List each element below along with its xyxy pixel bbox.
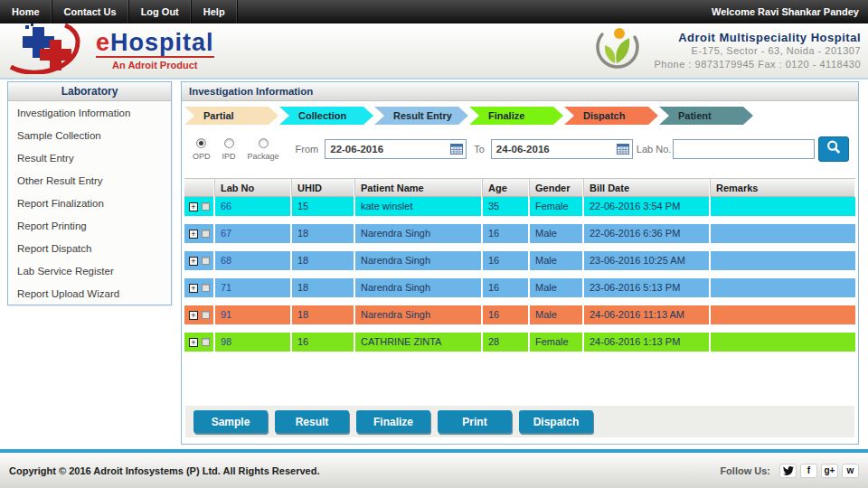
workflow-steps: Partial Collection Result Entry Finalize… — [184, 107, 855, 125]
radio-label: Package — [248, 152, 279, 161]
row-controls — [184, 197, 215, 216]
cell-bill-date: 22-06-2016 3:54 PM — [584, 197, 711, 216]
cell-lab-no[interactable]: 98 — [215, 333, 292, 352]
search-button[interactable] — [818, 136, 849, 162]
nav-item[interactable]: Help — [192, 0, 238, 23]
twitter-icon[interactable] — [779, 464, 797, 478]
radio-icon[interactable] — [224, 138, 234, 148]
cell-lab-no[interactable]: 66 — [215, 197, 292, 216]
patient-type-radio[interactable]: Package — [248, 138, 279, 161]
workflow-step[interactable]: Result Entry — [374, 107, 468, 125]
calendar-icon[interactable] — [450, 143, 463, 156]
cell-gender: Male — [530, 251, 584, 270]
facebook-icon[interactable]: f — [800, 464, 817, 478]
row-checkbox[interactable] — [202, 338, 210, 346]
row-controls — [184, 224, 215, 243]
patient-type-radio[interactable]: OPD — [193, 138, 211, 161]
row-checkbox[interactable] — [202, 230, 210, 238]
nav-item[interactable]: Log Out — [129, 0, 192, 23]
from-label: From — [296, 144, 319, 155]
cell-uhid: 16 — [292, 333, 355, 352]
table-row[interactable]: 68 18 Narendra Singh 16 Male 23-06-2016 … — [184, 251, 855, 270]
col-age: Age — [483, 179, 530, 197]
labno-input[interactable] — [673, 139, 815, 159]
cell-uhid: 15 — [292, 197, 355, 216]
radio-label: OPD — [193, 152, 211, 161]
calendar-icon[interactable] — [617, 143, 629, 156]
sidebar-item[interactable]: Report Dispatch — [8, 237, 171, 259]
action-button[interactable]: Finalize — [356, 410, 430, 433]
expand-icon[interactable] — [189, 257, 198, 266]
cell-lab-no[interactable]: 68 — [215, 251, 292, 270]
row-controls — [184, 333, 215, 352]
radio-icon[interactable] — [196, 138, 206, 148]
wordpress-icon[interactable]: w — [842, 464, 859, 478]
row-checkbox[interactable] — [202, 202, 210, 211]
cell-uhid: 18 — [292, 224, 355, 243]
expand-icon[interactable] — [189, 284, 198, 293]
to-date-input[interactable]: 24-06-2016 — [491, 139, 633, 159]
cell-patient-name: CATHRINE ZINTA — [355, 333, 483, 352]
cell-patient-name: Narendra Singh — [355, 278, 483, 297]
cell-age: 16 — [483, 278, 530, 297]
col-remarks: Remarks — [711, 179, 855, 197]
cell-gender: Male — [530, 305, 584, 324]
cell-lab-no[interactable]: 67 — [215, 224, 292, 243]
sidebar-item[interactable]: Report Upload Wizard — [8, 282, 171, 305]
workflow-step[interactable]: Finalize — [469, 107, 563, 125]
expand-icon[interactable] — [189, 311, 198, 320]
panel-title: Investigation Information — [182, 82, 858, 101]
sidebar-item[interactable]: Report Finalization — [8, 192, 171, 214]
cell-uhid: 18 — [292, 251, 355, 270]
sidebar-item[interactable]: Report Printing — [8, 214, 171, 237]
table-row[interactable]: 98 16 CATHRINE ZINTA 28 Female 24-06-201… — [184, 333, 855, 352]
cell-lab-no[interactable]: 91 — [215, 305, 292, 324]
cell-bill-date: 24-06-2016 11:13 AM — [584, 305, 711, 324]
action-button[interactable]: Sample — [193, 410, 268, 433]
radio-icon[interactable] — [259, 138, 269, 148]
hospital-phone: Phone : 9873179945 Fax : 0120 - 4118430 — [655, 58, 861, 71]
table-row[interactable]: 67 18 Narendra Singh 16 Male 22-06-2016 … — [184, 224, 855, 243]
expand-icon[interactable] — [189, 202, 198, 211]
cell-bill-date: 22-06-2016 6:36 PM — [584, 224, 711, 243]
cell-lab-no[interactable]: 71 — [215, 278, 292, 297]
sidebar-item[interactable]: Sample Collection — [8, 124, 171, 146]
expand-icon[interactable] — [189, 230, 198, 239]
sidebar-item[interactable]: Investigation Information — [8, 101, 171, 124]
table-row[interactable]: 71 18 Narendra Singh 16 Male 23-06-2016 … — [184, 278, 855, 297]
nav-item[interactable]: Contact Us — [52, 0, 129, 23]
table-row[interactable]: 66 15 kate winslet 35 Female 22-06-2016 … — [184, 197, 855, 216]
cell-remarks — [711, 333, 855, 352]
workflow-step[interactable]: Partial — [184, 107, 278, 125]
row-controls — [184, 305, 215, 324]
google-plus-icon[interactable]: g+ — [821, 464, 838, 478]
sidebar-item[interactable]: Lab Service Register — [8, 259, 171, 282]
row-checkbox[interactable] — [202, 257, 210, 265]
nav-item[interactable]: Home — [0, 0, 52, 23]
welcome-user-text: Welcome Ravi Shankar Pandey — [712, 0, 868, 23]
from-date-input[interactable]: 22-06-2016 — [325, 139, 467, 159]
cell-bill-date: 23-06-2016 10:25 AM — [584, 251, 711, 270]
laboratory-sidebar: Laboratory Investigation Information Sam… — [7, 81, 172, 305]
row-checkbox[interactable] — [202, 311, 210, 319]
sidebar-item[interactable]: Result Entry — [8, 146, 171, 169]
cell-patient-name: Narendra Singh — [355, 224, 483, 243]
action-button[interactable]: Dispatch — [519, 410, 593, 433]
cell-gender: Female — [530, 197, 584, 216]
cell-uhid: 18 — [292, 305, 355, 324]
row-controls — [184, 278, 215, 297]
expand-icon[interactable] — [189, 338, 198, 347]
row-checkbox[interactable] — [202, 284, 210, 292]
cell-bill-date: 24-06-2016 1:13 PM — [584, 333, 711, 352]
sidebar-item[interactable]: Other Result Entry — [8, 169, 171, 192]
patient-type-radio[interactable]: IPD — [222, 138, 236, 161]
table-row[interactable]: 91 18 Narendra Singh 16 Male 24-06-2016 … — [184, 305, 855, 324]
workflow-step[interactable]: Collection — [279, 107, 373, 125]
workflow-step[interactable]: Dispatch — [564, 107, 658, 125]
cross-logo-icon — [7, 23, 90, 78]
action-button[interactable]: Print — [438, 410, 512, 433]
action-button[interactable]: Result — [275, 410, 349, 433]
workflow-step[interactable]: Patient — [659, 107, 753, 125]
cell-remarks — [711, 224, 855, 243]
table-header-row: Lab No UHID Patient Name Age Gender Bill… — [184, 178, 855, 197]
